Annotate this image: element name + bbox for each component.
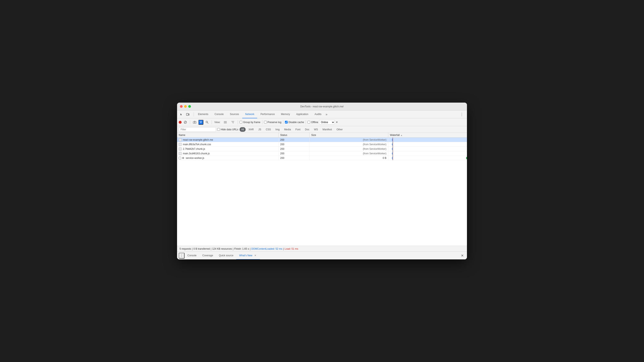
header-name[interactable]: Name (177, 133, 278, 137)
list-view-button[interactable] (222, 120, 228, 125)
group-by-frame-checkbox[interactable]: Group by frame (240, 121, 260, 124)
more-tabs-button[interactable]: » (326, 113, 328, 116)
cell-name: main.8fb3a7b4.chunk.css (177, 142, 278, 147)
dropdown-arrow: ▼ (336, 121, 338, 124)
file-icon (179, 138, 182, 141)
preserve-log-checkbox[interactable]: Preserve log (264, 121, 282, 124)
cell-status: 200 (278, 142, 310, 147)
svg-point-9 (206, 121, 208, 123)
camera-button[interactable] (192, 120, 198, 125)
svg-rect-4 (193, 121, 196, 123)
filter-xhr-button[interactable]: XHR (247, 127, 255, 132)
waterfall-green-bar (466, 157, 467, 159)
svg-rect-14 (231, 121, 234, 122)
cell-status: 200 (278, 156, 310, 160)
filter-button[interactable] (198, 120, 203, 125)
filter-input[interactable] (179, 127, 216, 132)
cell-size: (from ServiceWorker) (310, 138, 388, 142)
filter-js-button[interactable]: JS (256, 127, 263, 132)
network-toolbar: View: Group by frame (177, 118, 467, 126)
filter-all-button[interactable]: All (240, 127, 246, 132)
hide-data-urls-checkbox[interactable]: Hide data URLs (217, 128, 238, 131)
devtools-window: DevTools - react-sw-example.glitch.me/ (177, 103, 467, 259)
cell-size: (from ServiceWorker) (310, 142, 388, 147)
sort-arrow: ▲ (400, 134, 402, 136)
cell-waterfall (388, 147, 467, 151)
header-waterfall[interactable]: Waterfall ▲ (388, 133, 467, 137)
filter-manifest-button[interactable]: Manifest (321, 127, 334, 132)
cell-name: main.3cd46163.chunk.js (177, 151, 278, 156)
clear-button[interactable] (182, 120, 188, 125)
cell-status: 200 (278, 138, 310, 142)
tab-bar-icons (179, 112, 191, 117)
tab-performance[interactable]: Performance (258, 110, 278, 118)
file-icon (179, 152, 182, 155)
close-button[interactable] (180, 105, 183, 108)
tab-sources[interactable]: Sources (227, 110, 242, 118)
gear-icon: ⚙ (182, 157, 185, 160)
table-header: Name Status Size Waterfall ▲ (177, 133, 467, 138)
view-label: View: (214, 121, 220, 124)
network-table: Name Status Size Waterfall ▲ react-sw-ex… (177, 133, 467, 246)
minimize-button[interactable] (184, 105, 187, 108)
cell-name: react-sw-example.glitch.me (177, 138, 278, 142)
waterfall-line-red (393, 151, 393, 156)
tab-network[interactable]: Network (242, 110, 257, 118)
cell-waterfall (388, 156, 467, 160)
dom-content-loaded[interactable]: DOMContentLoaded: 52 ms (252, 247, 282, 250)
cell-name: ⚙ service-worker.js (177, 156, 278, 160)
load-time[interactable]: Load: 51 ms (284, 247, 298, 250)
row-checkbox[interactable] (179, 157, 181, 159)
tab-console[interactable]: Console (212, 110, 226, 118)
svg-line-10 (208, 123, 208, 124)
table-row[interactable]: react-sw-example.glitch.me 200 (from Ser… (177, 138, 467, 142)
filter-font-button[interactable]: Font (294, 127, 302, 132)
filter-css-button[interactable]: CSS (264, 127, 272, 132)
requests-count: 5 requests (180, 247, 191, 250)
record-button[interactable] (179, 121, 182, 124)
file-icon (179, 143, 182, 146)
separator: | (233, 247, 233, 250)
maximize-button[interactable] (188, 105, 191, 108)
device-toolbar-icon[interactable] (185, 112, 191, 117)
bottom-menu-button[interactable]: ⋮ (179, 253, 184, 259)
close-whats-new-tab[interactable]: ✕ (254, 254, 257, 257)
tab-bar: Elements Console Sources Network Perform… (177, 110, 467, 118)
cell-size: 0 B (310, 156, 388, 160)
search-button[interactable] (204, 120, 210, 125)
tab-application[interactable]: Application (293, 110, 311, 118)
cell-waterfall (388, 142, 467, 147)
cell-status: 200 (278, 151, 310, 156)
table-row[interactable]: ⚙ service-worker.js 200 0 B (177, 156, 467, 160)
filter-doc-button[interactable]: Doc (303, 127, 311, 132)
tab-audits[interactable]: Audits (312, 110, 324, 118)
disable-cache-checkbox[interactable]: Disable cache (285, 121, 304, 124)
filter-media-button[interactable]: Media (282, 127, 292, 132)
table-row[interactable]: main.3cd46163.chunk.js 200 (from Service… (177, 151, 467, 156)
bottom-tab-whats-new[interactable]: What's New ✕ (236, 252, 260, 260)
tab-elements[interactable]: Elements (195, 110, 211, 118)
title-bar: DevTools - react-sw-example.glitch.me/ (177, 103, 467, 110)
table-row[interactable]: 2.7fdd42b7.chunk.js 200 (from ServiceWor… (177, 147, 467, 151)
cursor-icon[interactable] (179, 112, 184, 117)
file-icon (179, 148, 182, 150)
filter-ws-button[interactable]: WS (312, 127, 320, 132)
offline-checkbox[interactable]: Offline (308, 121, 318, 124)
tab-memory[interactable]: Memory (278, 110, 293, 118)
filter-img-button[interactable]: Img (274, 127, 281, 132)
network-throttle-select[interactable]: Online Offline Slow 3G Fast 3G (319, 120, 335, 125)
bottom-tab-console[interactable]: Console (184, 252, 200, 260)
header-size[interactable]: Size (310, 133, 388, 137)
bottom-tab-coverage[interactable]: Coverage (200, 252, 216, 260)
cell-waterfall (388, 138, 467, 142)
waterfall-view-button[interactable] (230, 120, 236, 125)
bottom-tab-quick-source[interactable]: Quick source (216, 252, 236, 260)
filter-other-button[interactable]: Other (335, 127, 344, 132)
separator: | (192, 247, 192, 250)
devtools-menu-button[interactable]: ⋮ (458, 112, 465, 117)
table-row[interactable]: main.8fb3a7b4.chunk.css 200 (from Servic… (177, 142, 467, 147)
close-bottom-panel[interactable]: ✕ (459, 254, 465, 258)
header-status[interactable]: Status (278, 133, 310, 137)
svg-rect-16 (232, 123, 234, 123)
svg-rect-15 (232, 122, 234, 123)
